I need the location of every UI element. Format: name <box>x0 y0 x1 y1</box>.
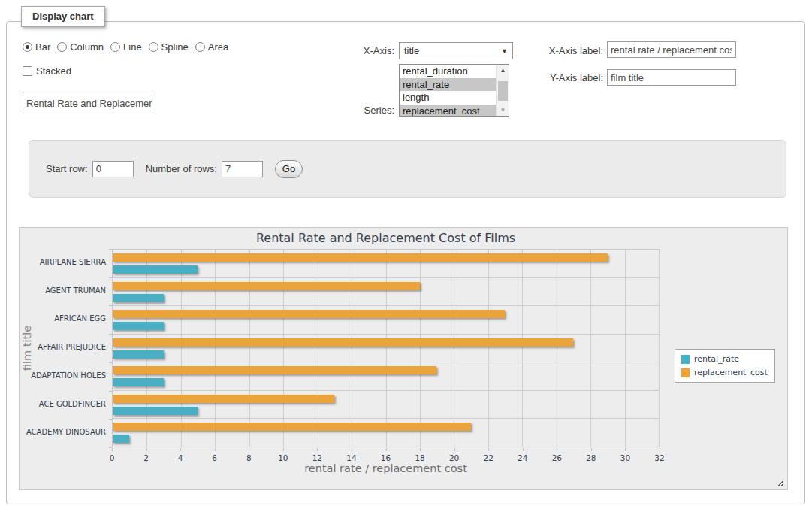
go-button[interactable]: Go <box>275 160 303 178</box>
bar-rental_rate <box>113 378 164 386</box>
x-tick-label: 0 <box>97 453 127 462</box>
x-tick-mark <box>317 448 318 451</box>
bar-rental_rate <box>113 350 164 359</box>
chart-type-radio-line[interactable]: Line <box>110 41 142 53</box>
chart-legend: rental_ratereplacement_cost <box>675 349 775 383</box>
x-tick-mark <box>557 448 557 451</box>
x-tick-label: 30 <box>610 453 640 462</box>
x-tick-mark <box>488 448 489 451</box>
x-tick-mark <box>523 448 524 451</box>
series-option-length[interactable]: length <box>400 91 496 105</box>
chart-type-radio-area[interactable]: Area <box>195 41 228 53</box>
chart-type-radio-bar[interactable]: Bar <box>23 41 50 53</box>
x-tick-mark <box>112 448 113 451</box>
radio-icon[interactable] <box>57 42 67 52</box>
legend-item-replacement_cost[interactable]: replacement_cost <box>681 368 768 377</box>
y-axis-title: film title <box>21 326 33 371</box>
radio-label: Column <box>70 41 104 53</box>
x-tick-label: 10 <box>268 453 298 462</box>
chart-title-input[interactable] <box>23 95 155 111</box>
x-tick-mark <box>215 448 216 451</box>
y-tick-mark <box>109 305 112 306</box>
chart-container: Rental Rate and Replacement Cost of Film… <box>19 227 788 490</box>
y-tick-mark <box>109 362 112 363</box>
display-chart-page: Display chart BarColumnLineSplineArea St… <box>0 0 812 512</box>
x-tick-mark <box>146 448 147 451</box>
stacked-checkbox[interactable] <box>23 66 32 76</box>
x-tick-label: 8 <box>234 453 264 462</box>
legend-label: replacement_cost <box>694 368 768 377</box>
bar-replacement_cost <box>113 395 334 403</box>
y-tick-mark <box>109 277 112 278</box>
series-option-rental_rate[interactable]: rental_rate <box>400 78 496 92</box>
bar-rental_rate <box>113 265 198 274</box>
gridline <box>659 250 660 447</box>
x-tick-mark <box>660 448 660 451</box>
series-option-replacement_cost[interactable]: replacement_cost <box>400 105 496 117</box>
legend-swatch-icon <box>681 355 690 364</box>
x-axis-label-input[interactable] <box>607 41 736 58</box>
legend-swatch-icon <box>681 368 690 377</box>
x-tick-label: 12 <box>302 453 332 462</box>
x-tick-mark <box>249 448 249 451</box>
x-tick-label: 24 <box>508 453 538 462</box>
x-axis-select-label: X-Axis: <box>315 45 394 56</box>
radio-label: Spline <box>161 41 189 53</box>
bar-replacement_cost <box>113 282 420 290</box>
category-band <box>113 419 659 447</box>
x-tick-label: 18 <box>405 453 435 462</box>
bar-replacement_cost <box>113 423 471 431</box>
category-label: ACE GOLDFINGER <box>21 400 106 408</box>
x-tick-label: 28 <box>576 453 606 462</box>
bar-rental_rate <box>113 407 198 415</box>
category-band <box>113 306 659 335</box>
series-listbox-label: Series: <box>315 105 394 116</box>
radio-icon[interactable] <box>195 42 205 52</box>
x-tick-label: 2 <box>131 453 161 462</box>
legend-label: rental_rate <box>694 354 739 364</box>
radio-label: Bar <box>35 41 50 53</box>
category-label: AFFAIR PREJUDICE <box>21 343 106 351</box>
bar-replacement_cost <box>113 366 436 374</box>
x-tick-mark <box>420 448 421 451</box>
x-tick-mark <box>386 448 387 451</box>
y-tick-mark <box>109 249 112 250</box>
scroll-down-icon[interactable]: ▼ <box>497 105 509 116</box>
series-listbox[interactable]: rental_durationrental_ratelengthreplacem… <box>399 64 509 117</box>
radio-icon[interactable] <box>149 42 158 52</box>
radio-label: Area <box>208 41 228 53</box>
category-label: ADAPTATION HOLES <box>21 371 106 380</box>
category-band <box>113 391 659 420</box>
start-row-label: Start row: <box>46 163 88 174</box>
num-rows-input[interactable] <box>222 161 263 177</box>
y-tick-mark <box>109 391 112 392</box>
x-tick-mark <box>352 448 352 451</box>
x-tick-label: 20 <box>439 453 469 462</box>
bar-rental_rate <box>113 435 129 443</box>
resize-handle-icon[interactable] <box>776 478 783 486</box>
radio-label: Line <box>123 41 142 53</box>
chart-type-radio-column[interactable]: Column <box>57 41 104 53</box>
stacked-checkbox-row[interactable]: Stacked <box>23 65 71 77</box>
scrollbar-thumb[interactable] <box>498 81 508 101</box>
start-row-input[interactable] <box>92 161 134 177</box>
category-band <box>113 362 659 391</box>
y-axis-label-label: Y-Axis label: <box>496 72 603 83</box>
category-label: AFRICAN EGG <box>21 314 106 323</box>
bar-replacement_cost <box>113 338 573 347</box>
chart-title: Rental Rate and Replacement Cost of Film… <box>112 231 660 245</box>
plot-area <box>112 249 660 447</box>
x-tick-mark <box>591 448 592 451</box>
series-options: rental_durationrental_ratelengthreplacem… <box>400 65 496 116</box>
radio-icon[interactable] <box>23 42 32 52</box>
x-tick-label: 4 <box>165 453 195 462</box>
x-axis-label-label: X-Axis label: <box>496 45 603 56</box>
legend-item-rental_rate[interactable]: rental_rate <box>681 354 768 364</box>
chart-type-radio-spline[interactable]: Spline <box>149 41 189 53</box>
y-axis-label-input[interactable] <box>607 69 736 86</box>
radio-icon[interactable] <box>110 42 120 52</box>
x-tick-mark <box>454 448 455 451</box>
series-option-rental_duration[interactable]: rental_duration <box>400 65 496 78</box>
category-label: AIRPLANE SIERRA <box>21 258 106 266</box>
x-tick-mark <box>180 448 181 451</box>
